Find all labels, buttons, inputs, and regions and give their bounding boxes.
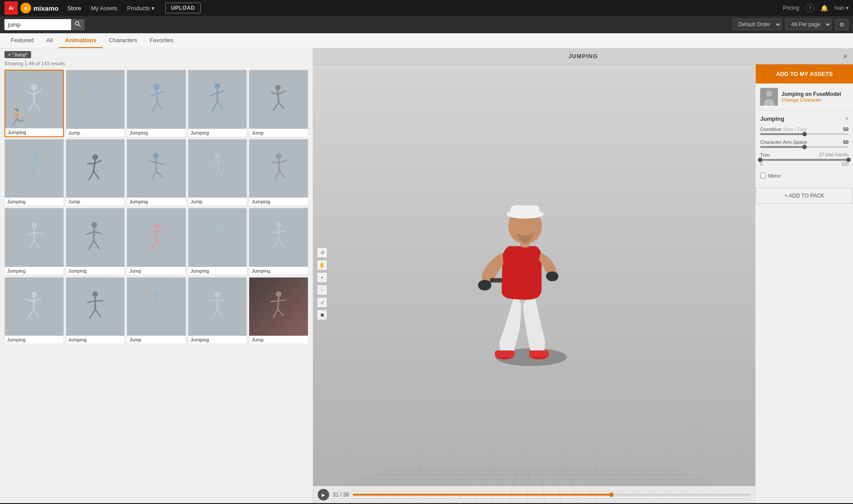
anim-card[interactable]: Jump: [249, 277, 308, 345]
user-menu[interactable]: Ivan ▾: [834, 5, 849, 11]
adobe-logo: Ai: [4, 1, 18, 15]
zoom-in-tool-button[interactable]: +: [317, 272, 327, 283]
nav-my-assets[interactable]: My Assets: [87, 2, 122, 14]
anim-card[interactable]: Jumping: [249, 208, 308, 275]
progress-handle[interactable]: [609, 492, 614, 497]
sort-select[interactable]: Default Order: [733, 19, 782, 30]
svg-line-41: [33, 171, 39, 180]
svg-line-69: [34, 232, 42, 234]
pricing-link[interactable]: Pricing: [783, 5, 799, 11]
arm-space-fill: [760, 146, 805, 148]
svg-point-84: [215, 222, 220, 228]
filter-tag[interactable]: × "Jump": [4, 51, 31, 58]
svg-line-56: [218, 160, 226, 163]
anim-card[interactable]: Jumping: [188, 208, 247, 275]
tab-animations[interactable]: Animations: [59, 33, 103, 48]
svg-rect-131: [529, 350, 549, 357]
fit-tool-button[interactable]: ⤢: [317, 297, 327, 308]
anim-title-row: Jumping ×: [760, 115, 849, 122]
close-settings-button[interactable]: ×: [845, 115, 849, 122]
svg-point-48: [153, 153, 159, 159]
anim-thumb: [5, 208, 64, 267]
anim-card[interactable]: Jumping: [188, 70, 247, 137]
mirror-label[interactable]: Mirror: [768, 173, 781, 179]
tab-favorites[interactable]: Favorites: [143, 33, 179, 48]
anim-card[interactable]: Jump: [249, 70, 308, 137]
arm-space-handle[interactable]: [802, 145, 807, 149]
svg-point-140: [766, 91, 772, 97]
anim-card[interactable]: Jump: [66, 139, 125, 206]
add-to-pack-button[interactable]: + ADD TO PACK: [756, 188, 853, 204]
anim-card[interactable]: Jumping: [66, 277, 125, 345]
anim-card[interactable]: Jumping: [4, 139, 64, 206]
anim-card[interactable]: Jumping: [127, 139, 186, 206]
anim-card[interactable]: Jumping: [127, 70, 186, 137]
anim-thumb: [66, 278, 125, 336]
anim-thumb: [249, 278, 308, 336]
anim-thumb: [127, 139, 186, 198]
svg-line-62: [271, 162, 279, 163]
anim-card[interactable]: Jump: [127, 277, 186, 345]
anim-card[interactable]: Jumping: [188, 277, 247, 345]
search-button[interactable]: [71, 19, 84, 30]
overdrive-handle[interactable]: [802, 132, 807, 136]
trim-minmax: 0 100: [760, 162, 849, 167]
anim-card[interactable]: 🏃 Jumping: [4, 70, 64, 137]
trim-left-handle[interactable]: [758, 158, 762, 162]
overdrive-label-text: Overdrive Slow / Fast: [760, 127, 807, 132]
overdrive-slider[interactable]: [760, 133, 849, 135]
anim-card[interactable]: Jumping: [66, 208, 125, 275]
svg-point-4: [76, 21, 79, 25]
tab-all[interactable]: All: [40, 33, 59, 48]
trim-right-handle[interactable]: [846, 158, 851, 162]
results-count: Showing 1-48 of 143 results: [4, 61, 308, 66]
play-button[interactable]: ▶: [318, 489, 329, 500]
tab-characters[interactable]: Characters: [103, 33, 143, 48]
anim-card[interactable]: Jump: [188, 139, 247, 206]
svg-point-114: [215, 292, 220, 298]
svg-line-106: [90, 310, 96, 319]
anim-label: Jumping: [5, 267, 64, 275]
svg-line-39: [34, 163, 43, 165]
pan-tool-button[interactable]: ✋: [317, 260, 327, 270]
anim-label: Jump: [249, 129, 308, 137]
tab-featured[interactable]: Featured: [4, 33, 40, 48]
arm-space-slider[interactable]: [760, 146, 849, 148]
anim-card[interactable]: Jumping: [4, 277, 64, 345]
upload-button[interactable]: UPLOAD: [165, 3, 201, 13]
nav-products[interactable]: Products ▾: [123, 2, 159, 14]
anim-card[interactable]: Jump: [66, 70, 125, 137]
svg-line-28: [213, 101, 218, 111]
overdrive-fill: [760, 133, 805, 135]
help-icon[interactable]: ?: [805, 4, 814, 12]
record-tool-button[interactable]: ⏺: [317, 310, 327, 320]
nav-store[interactable]: Store: [63, 2, 86, 14]
notifications-icon[interactable]: 🔔: [821, 4, 828, 12]
mixamo-logo: M mixamo: [20, 3, 59, 13]
grid-settings-button[interactable]: ⚙: [835, 19, 849, 30]
overdrive-value: 50: [843, 127, 849, 132]
anim-card[interactable]: Jumping: [4, 208, 64, 275]
svg-point-120: [276, 291, 282, 297]
anim-card[interactable]: Jumping: [249, 139, 308, 206]
anim-thumb: [127, 278, 186, 336]
svg-line-123: [278, 300, 286, 301]
search-input[interactable]: [4, 20, 71, 30]
add-to-assets-button[interactable]: ADD TO MY ASSETS: [756, 64, 853, 83]
progress-bar[interactable]: [353, 494, 751, 496]
trim-slider[interactable]: [760, 159, 849, 161]
zoom-out-tool-button[interactable]: −: [317, 285, 327, 295]
anim-thumb: [127, 70, 186, 129]
anim-card[interactable]: Jump: [127, 208, 186, 275]
svg-line-82: [151, 240, 156, 249]
3d-viewport[interactable]: ↺ ✋ + − ⤢ ⏺ ▶ 31 / 36: [313, 64, 755, 503]
overdrive-setting: Overdrive Slow / Fast 50: [760, 127, 849, 135]
per-page-select[interactable]: 48 Per page: [785, 19, 832, 30]
svg-line-17: [95, 103, 100, 109]
close-preview-button[interactable]: ×: [843, 52, 848, 61]
svg-point-6: [31, 84, 37, 91]
mirror-checkbox[interactable]: [760, 173, 766, 179]
rotate-tool-button[interactable]: ↺: [317, 247, 327, 258]
change-character-link[interactable]: Change Character: [781, 97, 841, 103]
playback-bar: ▶ 31 / 36: [313, 486, 755, 503]
